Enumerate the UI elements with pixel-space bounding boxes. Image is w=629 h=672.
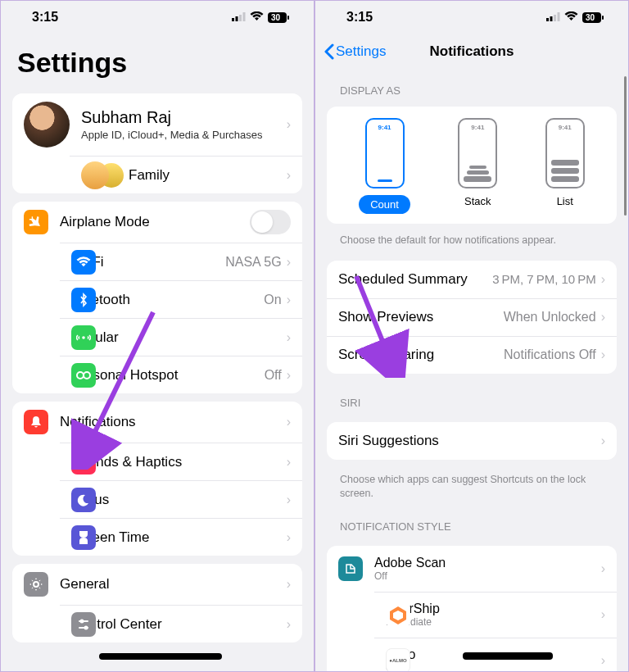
bluetooth-icon <box>71 288 96 312</box>
row-focus[interactable]: Focus › <box>60 480 302 518</box>
row-notifications[interactable]: Notifications › <box>12 402 302 443</box>
app-label: AfterShip <box>386 602 601 616</box>
display-option-stack[interactable]: 9:41 Stack <box>458 118 497 214</box>
row-label: Screen Sharing <box>338 347 504 363</box>
app-sub: Off <box>374 570 601 582</box>
option-label: List <box>557 195 573 207</box>
row-sounds-haptics[interactable]: Sounds & Haptics › <box>60 443 302 480</box>
display-option-list[interactable]: 9:41 List <box>545 118 585 214</box>
chevron-icon: › <box>601 347 605 362</box>
row-label: Control Center <box>71 616 287 633</box>
svg-point-8 <box>84 372 90 379</box>
svg-rect-15 <box>546 18 549 21</box>
wifi-icon <box>564 10 578 25</box>
svg-point-6 <box>82 336 85 339</box>
app-icon <box>386 602 410 627</box>
option-label: Stack <box>464 195 491 207</box>
row-bluetooth[interactable]: Bluetooth On › <box>60 280 302 318</box>
settings-root-screen: 3:15 30 Settings Subham Raj Apple ID, iC… <box>0 0 314 672</box>
svg-point-7 <box>77 372 84 379</box>
option-label: Count <box>359 195 410 214</box>
row-label: Personal Hotspot <box>71 367 265 384</box>
chevron-icon: › <box>287 530 291 545</box>
svg-rect-1 <box>236 16 238 21</box>
row-scheduled-summary[interactable]: Scheduled Summary 3 PM, 7 PM, 10 PM › <box>327 261 617 298</box>
row-screen-sharing[interactable]: Screen Sharing Notifications Off › <box>327 336 617 374</box>
chevron-icon: › <box>287 330 291 345</box>
battery-icon: 30 <box>268 12 289 23</box>
count-preview: 9:41 <box>365 118 405 188</box>
row-wifi[interactable]: Wi-Fi NASA 5G › <box>60 243 302 280</box>
status-bar: 3:15 30 <box>315 1 628 34</box>
nav-title: Notifications <box>430 43 514 60</box>
style-header: NOTIFICATION STYLE <box>315 506 628 538</box>
family-row[interactable]: Family › <box>70 156 302 193</box>
apple-id-row[interactable]: Subham Raj Apple ID, iCloud+, Media & Pu… <box>12 93 302 156</box>
wifi-icon <box>250 10 264 25</box>
row-cellular[interactable]: Cellular › <box>60 318 302 356</box>
svg-point-13 <box>84 625 88 629</box>
row-value: When Unlocked <box>504 310 596 325</box>
chevron-left-icon <box>324 43 334 60</box>
profile-group: Subham Raj Apple ID, iCloud+, Media & Pu… <box>12 93 302 193</box>
chevron-icon: › <box>287 168 291 183</box>
svg-rect-5 <box>287 16 289 20</box>
row-screen-time[interactable]: Screen Time › <box>60 518 302 556</box>
notifications-settings-screen: 3:15 30 Settings Notifications DISPLAY A… <box>314 0 629 672</box>
svg-rect-20 <box>602 16 604 20</box>
chevron-icon: › <box>287 255 291 270</box>
row-control-center[interactable]: Control Center › <box>60 605 302 642</box>
row-value: NASA 5G <box>225 255 281 270</box>
chevron-icon: › <box>287 117 291 132</box>
row-label: Siri Suggestions <box>338 433 601 449</box>
notifications-icon <box>24 410 48 434</box>
row-value: 3 PM, 7 PM, 10 PM <box>492 272 596 286</box>
row-label: Cellular <box>71 329 287 346</box>
battery-icon: 30 <box>582 12 604 23</box>
row-value: On <box>264 293 281 307</box>
app-label: Adobe Scan <box>374 556 601 570</box>
app-row-adobe-scan[interactable]: Adobe Scan Off › <box>327 546 617 592</box>
chevron-icon: › <box>287 415 291 429</box>
svg-point-9 <box>34 582 38 587</box>
chevron-icon: › <box>601 607 605 622</box>
status-time: 3:15 <box>346 10 373 25</box>
svg-rect-3 <box>243 12 246 21</box>
row-general[interactable]: General › <box>12 564 302 605</box>
focus-icon <box>71 488 96 512</box>
chevron-icon: › <box>601 272 605 287</box>
scroll-indicator[interactable] <box>624 76 627 216</box>
svg-rect-16 <box>550 16 553 21</box>
row-airplane-mode[interactable]: Airplane Mode <box>12 202 302 243</box>
svg-rect-0 <box>232 18 234 21</box>
siri-header: SIRI <box>315 382 628 414</box>
row-label: Focus <box>71 492 287 508</box>
row-label: Bluetooth <box>71 292 264 308</box>
display-as-footer: Choose the default for how notifications… <box>315 229 628 252</box>
cellular-icon <box>546 10 560 25</box>
row-show-previews[interactable]: Show Previews When Unlocked › <box>327 298 617 336</box>
wifi-icon <box>71 250 96 275</box>
profile-subtitle: Apple ID, iCloud+, Media & Purchases <box>81 129 287 141</box>
back-button[interactable]: Settings <box>324 43 386 60</box>
row-label: Screen Time <box>71 529 287 546</box>
row-siri-suggestions[interactable]: Siri Suggestions › <box>327 422 617 460</box>
stack-preview: 9:41 <box>458 118 497 188</box>
chevron-icon: › <box>287 293 291 307</box>
row-label: Sounds & Haptics <box>71 454 287 470</box>
screentime-icon <box>71 525 96 550</box>
list-preview: 9:41 <box>545 118 585 188</box>
app-row-aftership[interactable]: AfterShip Immediate › <box>374 592 617 638</box>
chevron-icon: › <box>287 617 291 632</box>
row-personal-hotspot[interactable]: Personal Hotspot Off › <box>60 356 302 393</box>
status-bar: 3:15 30 <box>1 1 314 34</box>
row-value: Notifications Off <box>504 347 596 362</box>
svg-rect-2 <box>239 15 242 21</box>
display-option-count[interactable]: 9:41 Count <box>359 118 410 214</box>
connectivity-group: Airplane Mode Wi-Fi NASA 5G › Bluetooth … <box>12 202 302 393</box>
display-as-group: 9:41 Count 9:41 Stack 9:41 List <box>327 107 617 224</box>
airplane-toggle[interactable] <box>250 210 291 234</box>
siri-group: Siri Suggestions › <box>327 422 617 460</box>
app-icon <box>338 556 363 581</box>
chevron-icon: › <box>287 368 291 383</box>
